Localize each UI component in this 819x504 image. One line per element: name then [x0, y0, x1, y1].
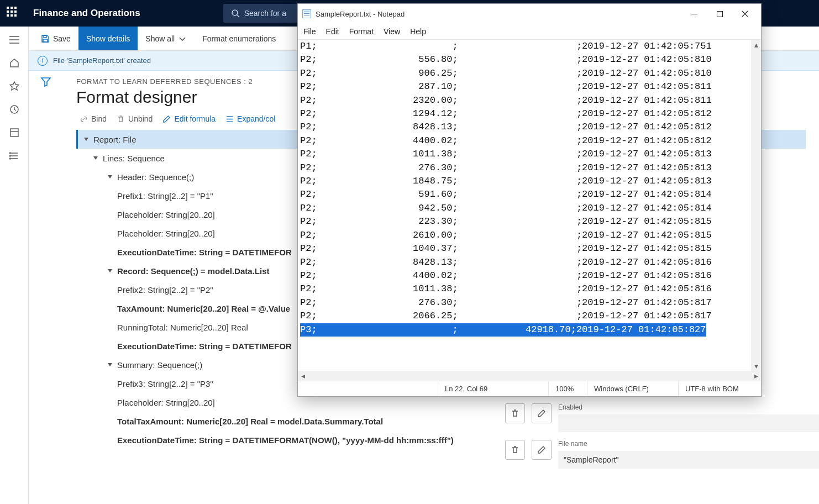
enabled-label: Enabled: [558, 403, 819, 411]
show-details-button[interactable]: Show details: [78, 27, 138, 50]
format-enumerations-button[interactable]: Format enumerations: [195, 27, 284, 50]
tree-label: ExecutionDateTime: String = DATETIMEFORM…: [117, 435, 454, 445]
notepad-titlebar[interactable]: SampleReport.txt - Notepad: [298, 4, 761, 24]
tree-label: Prefix3: String[2..2] = "P3": [117, 379, 213, 389]
menu-edit[interactable]: Edit: [326, 27, 339, 36]
svg-point-5: [9, 155, 11, 156]
home-icon[interactable]: [9, 57, 20, 69]
waffle-icon[interactable]: [7, 7, 20, 20]
trash-icon: [117, 115, 125, 123]
close-button[interactable]: [732, 5, 758, 23]
bind-label: Bind: [91, 114, 107, 123]
tree-label: Prefix2: String[2..2] = "P2": [117, 285, 213, 295]
search-icon: [231, 9, 240, 18]
app-brand: Finance and Operations: [33, 8, 140, 19]
edit-formula-button[interactable]: Edit formula: [162, 114, 216, 123]
search-placeholder: Search for a: [244, 9, 286, 18]
details-panel: Enabled File name: [498, 403, 819, 476]
unbind-label: Unbind: [128, 114, 153, 123]
edit-enabled-button[interactable]: [532, 403, 552, 423]
tree-label: Placeholder: String[20..20]: [117, 398, 215, 407]
trash-icon: [511, 445, 519, 454]
tree-label: Placeholder: String[20..20]: [117, 210, 215, 219]
tree-label: Header: Sequence(;): [117, 172, 194, 182]
chevron-down-icon: [178, 34, 187, 43]
status-encoding: UTF-8 with BOM: [678, 381, 761, 396]
notepad-window: SampleReport.txt - Notepad File Edit For…: [297, 3, 762, 397]
notepad-statusbar: Ln 22, Col 69 100% Windows (CRLF) UTF-8 …: [298, 381, 761, 396]
tree-label: Placeholder: String[20..20]: [117, 229, 215, 238]
workspace-icon[interactable]: [9, 127, 20, 138]
tree-label: Record: Sequence(;) = model.Data.List: [117, 266, 269, 276]
edit-formula-label: Edit formula: [174, 114, 216, 123]
filter-icon[interactable]: [40, 76, 51, 87]
svg-point-4: [9, 153, 11, 154]
menu-format[interactable]: Format: [349, 27, 374, 36]
show-details-label: Show details: [86, 34, 130, 43]
filename-label: File name: [558, 440, 819, 448]
expand-label: Expand/col: [237, 114, 275, 123]
filename-input[interactable]: [558, 451, 819, 469]
tree-label: TaxAmount: Numeric[20..20] Real = @.Valu…: [117, 304, 290, 313]
horizontal-scrollbar[interactable]: ◂ ▸: [298, 371, 761, 381]
tree-label: ExecutionDateTime: String = DATETIMEFOR: [117, 342, 292, 351]
pencil-icon: [162, 115, 171, 123]
scroll-down-icon[interactable]: ▾: [751, 361, 761, 371]
svg-rect-7: [44, 35, 46, 38]
left-rail: [0, 27, 29, 504]
status-eol: Windows (CRLF): [587, 381, 678, 396]
scroll-right-icon[interactable]: ▸: [751, 371, 761, 381]
tree-label: ExecutionDateTime: String = DATETIMEFOR: [117, 248, 292, 257]
menu-help[interactable]: Help: [410, 27, 426, 36]
enabled-input[interactable]: [558, 414, 819, 432]
recent-icon[interactable]: [9, 104, 20, 115]
svg-rect-9: [717, 11, 722, 17]
menu-view[interactable]: View: [384, 27, 400, 36]
list-icon: [225, 115, 234, 123]
notepad-title-text: SampleReport.txt - Notepad: [316, 10, 405, 18]
show-all-button[interactable]: Show all: [138, 27, 195, 50]
menu-file[interactable]: File: [303, 27, 316, 36]
scroll-left-icon[interactable]: ◂: [298, 371, 308, 381]
hamburger-icon[interactable]: [9, 34, 20, 45]
pencil-icon: [537, 409, 546, 418]
status-cursor-pos: Ln 22, Col 69: [438, 381, 548, 396]
info-icon: i: [38, 56, 48, 66]
svg-rect-3: [11, 129, 18, 136]
pencil-icon: [537, 445, 546, 454]
expand-collapse-button[interactable]: Expand/col: [225, 114, 275, 123]
link-icon: [80, 115, 88, 123]
save-label: Save: [53, 34, 71, 43]
tree-label: Report: File: [93, 135, 136, 144]
modules-icon[interactable]: [9, 150, 20, 161]
edit-filename-button[interactable]: [532, 440, 552, 460]
svg-rect-8: [43, 39, 48, 42]
status-zoom: 100%: [548, 381, 587, 396]
tree-label: RunningTotal: Numeric[20..20] Real: [117, 323, 248, 332]
bind-button[interactable]: Bind: [80, 114, 107, 123]
maximize-button[interactable]: [707, 5, 732, 23]
tree-label: Prefix1: String[2..2] = "P1": [117, 191, 213, 201]
star-icon[interactable]: [9, 81, 20, 92]
trash-icon: [511, 409, 519, 418]
unbind-button[interactable]: Unbind: [117, 114, 153, 123]
notepad-app-icon: [302, 9, 311, 18]
svg-line-1: [237, 15, 239, 17]
save-button[interactable]: Save: [33, 27, 78, 50]
info-text: File 'SampleReport.txt' created: [53, 56, 151, 65]
tree-label: Lines: Sequence: [103, 154, 165, 163]
scroll-up-icon[interactable]: ▴: [751, 40, 761, 50]
format-enum-label: Format enumerations: [202, 34, 276, 43]
delete-filename-button[interactable]: [505, 440, 525, 460]
vertical-scrollbar[interactable]: ▴ ▾: [751, 40, 761, 371]
svg-point-0: [232, 10, 238, 15]
notepad-menubar: File Edit Format View Help: [298, 24, 761, 39]
save-icon: [41, 34, 50, 43]
tree-label: TotalTaxAmount: Numeric[20..20] Real = m…: [117, 417, 383, 426]
delete-enabled-button[interactable]: [505, 403, 525, 423]
notepad-text-area[interactable]: P1; ; ;2019-12-27 01:42:05:751 P2; 556.8…: [298, 39, 761, 381]
svg-point-6: [9, 158, 11, 159]
show-all-label: Show all: [145, 34, 175, 43]
tree-label: Summary: Sequence(;): [117, 360, 202, 370]
minimize-button[interactable]: [681, 5, 707, 23]
